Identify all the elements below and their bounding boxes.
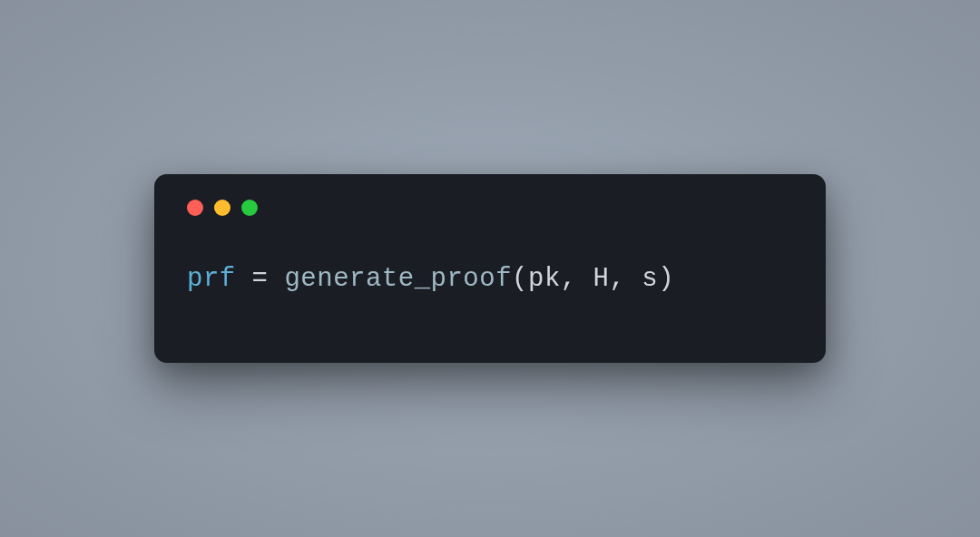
zoom-icon[interactable] [241,200,258,216]
code-open-paren: ( [512,264,528,294]
code-line: prf = generate_proof(pk, H, s) [187,261,793,298]
code-variable: prf [187,264,236,294]
code-function: generate_proof [284,264,512,294]
minimize-icon[interactable] [214,200,230,216]
titlebar-controls [187,200,793,216]
code-sep-2: , [610,264,642,294]
terminal-window: prf = generate_proof(pk, H, s) [154,174,826,364]
close-icon[interactable] [187,200,203,216]
code-arg-2: H [593,264,610,294]
code-assign: = [236,264,285,294]
code-close-paren: ) [658,264,674,294]
code-arg-1: pk [528,264,561,294]
code-arg-3: s [642,264,658,294]
code-sep-1: , [561,264,593,294]
